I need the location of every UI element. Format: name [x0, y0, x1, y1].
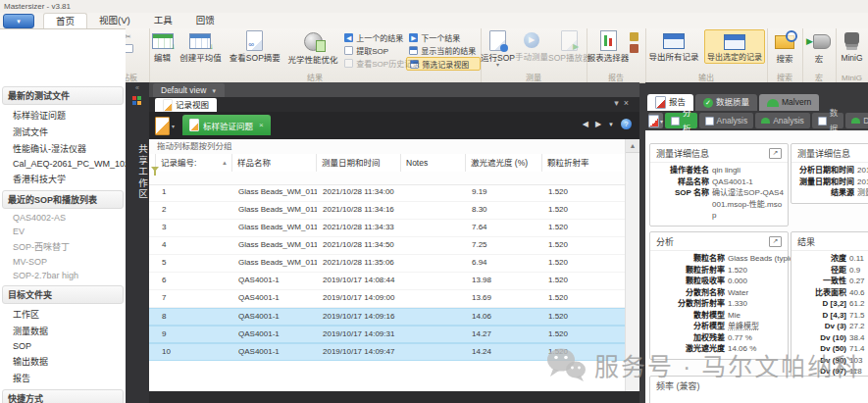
sidebar-item[interactable]: SOP-西咪替丁: [0, 238, 126, 255]
table-row[interactable]: 8 QAS4001-1 2019/10/17 14:09:16 14.06 1.…: [149, 308, 626, 326]
create-average-button[interactable]: ↓创建平均值: [176, 29, 226, 63]
view-selector[interactable]: Default view▼: [153, 83, 225, 97]
mastersizer-window: Mastersizer - v3.81 ▾ 首页视图(V)工具回馈 新建▾ 打开…: [0, 0, 868, 403]
report-edit-icon[interactable]: [630, 32, 638, 41]
subtab-data-cn[interactable]: 数据: [812, 113, 844, 128]
tab-record-view[interactable]: 记录视图: [155, 98, 217, 112]
sidebar-item[interactable]: 香港科技大学: [0, 171, 126, 187]
table-row[interactable]: 3 Glass Beads_WM_011 2021/10/28 11:34:33…: [149, 220, 626, 237]
collapse-sidebar-icon[interactable]: «: [126, 84, 149, 91]
table-row[interactable]: 1 Glass Beads_WM_011 2021/10/28 11:34:00…: [149, 184, 626, 202]
sidebar-section-target-folders: 目标文件夹 工作区测量数据SOP输出数据报告: [0, 285, 126, 386]
manual-measure-button[interactable]: ▶手动测量: [515, 29, 548, 62]
sidebar-item[interactable]: 工作区: [0, 306, 126, 323]
ribbon-group-output: 导出所有记录 导出选定的记录 输出: [645, 28, 768, 82]
export-icon[interactable]: ↗: [769, 236, 782, 247]
next-record-icon[interactable]: ▶: [595, 120, 601, 128]
menu-tab[interactable]: 视图(V): [87, 13, 142, 28]
table-row[interactable]: 2 Glass Beads_WM_011 2021/10/28 11:34:16…: [149, 202, 626, 220]
export-selected-records-button[interactable]: 导出选定的记录: [704, 29, 765, 64]
previous-result-button[interactable]: ◀上一个的结果: [341, 31, 406, 43]
export-icon[interactable]: ↗: [769, 148, 782, 159]
sop-player-button[interactable]: ▶SOP播放器: [548, 29, 590, 63]
help-icon[interactable]: ?: [621, 119, 632, 129]
group-label-macro: 宏: [802, 72, 836, 82]
tab-data-quality[interactable]: ✓ 数据质量: [695, 94, 757, 111]
table-row[interactable]: 7 QAS4001-1 2019/10/17 14:09:00 13.69 1.…: [149, 290, 626, 308]
macro-button[interactable]: ▶宏: [807, 29, 831, 64]
edit-button[interactable]: ↓编辑: [149, 29, 176, 63]
table-row[interactable]: 10 QAS4001-1 2019/10/17 14:09:47 14.24 1…: [149, 343, 626, 361]
ribbon-group-report: 报表选择器 报告: [587, 28, 646, 82]
menu-tab[interactable]: 回馈: [184, 13, 227, 28]
dropdown-icon[interactable]: ▼: [608, 122, 614, 127]
result-field: Dv (90)103: [795, 355, 868, 367]
column-header-notes[interactable]: Notes: [401, 154, 466, 172]
prev-record-icon[interactable]: ◀: [583, 120, 588, 128]
menu-tab[interactable]: 工具: [142, 13, 184, 28]
document-icon: [163, 99, 173, 112]
column-header-obscuration[interactable]: 激光遮光度 (%): [466, 154, 542, 172]
view-sop-summary-button[interactable]: ∞查看SOP摘要: [226, 29, 284, 63]
subtab-analysis-cn[interactable]: 分析: [665, 113, 697, 128]
search-button[interactable]: 搜索: [775, 29, 794, 64]
subtab-analysis-en[interactable]: Analysis: [699, 113, 754, 128]
sidebar-item[interactable]: EV: [0, 225, 126, 238]
menu-tab[interactable]: 首页: [43, 13, 87, 28]
result-field: Dv (10)38.4: [795, 332, 868, 344]
subtab-analysis-malvern[interactable]: Analysis: [755, 113, 810, 128]
table-row[interactable]: 6 QAS4001-1 2019/10/17 14:08:44 13.98 1.…: [149, 273, 626, 290]
column-header-datetime[interactable]: 测量日期和时间: [317, 154, 401, 172]
column-header-record-number[interactable]: 记录编号:▲: [156, 154, 232, 172]
result-field: Dv (50)71.4: [795, 343, 868, 355]
vertical-scrollbar[interactable]: ▲: [625, 139, 639, 391]
sidebar-item[interactable]: SOP: [0, 339, 126, 353]
close-tab-icon[interactable]: ×: [259, 121, 264, 129]
column-header-refractive-index[interactable]: 颗粒折射率: [542, 154, 626, 172]
report-selector-button[interactable]: 报表选择器: [587, 29, 630, 63]
sidebar-item[interactable]: Cal_AEQ-2061_PC_WM_1028: [0, 157, 126, 171]
sidebar-item[interactable]: 测试文件: [0, 124, 126, 140]
sidebar-item[interactable]: 标样验证问题: [0, 107, 126, 124]
sidebar-item[interactable]: 测量数据: [0, 323, 126, 339]
run-sop-button[interactable]: 运行SOP▾: [481, 29, 515, 68]
extract-sop-button[interactable]: 提取SOP: [341, 44, 406, 56]
next-result-button[interactable]: ▶下一个结果: [406, 31, 481, 43]
sop-summary-icon: ∞: [246, 30, 263, 51]
table-body: 1 Glass Beads_WM_011 2021/10/28 11:34:00…: [149, 184, 626, 361]
minig-button[interactable]: MiniG: [841, 29, 862, 63]
sidebar-item[interactable]: SOP-2.7bar high: [0, 269, 126, 282]
table-row[interactable]: 9 QAS4001-1 2019/10/17 14:09:31 14.27 1.…: [149, 326, 626, 343]
report-delete-icon[interactable]: [630, 44, 638, 53]
table-row[interactable]: 4 Glass Beads_WM_011 2021/10/28 11:34:50…: [149, 237, 626, 255]
filter-row[interactable]: [149, 172, 626, 185]
sidebar-item[interactable]: QAS4002-AS: [0, 211, 126, 225]
shared-workspace-tab[interactable]: 共享工作区: [126, 114, 149, 231]
group-by-hint[interactable]: 拖动列标题按列分组: [149, 139, 626, 155]
sidebar-item[interactable]: 性能确认-湿法仪器: [0, 140, 126, 157]
ribbon-group-search: 搜索 搜索: [767, 28, 803, 82]
sidebar-item[interactable]: 报告: [0, 370, 126, 386]
malvern-hill-icon: [851, 118, 860, 124]
subtab-data-malvern[interactable]: Data: [845, 113, 868, 128]
file-menu-button[interactable]: ▾: [155, 116, 179, 135]
report-panel: 报告 ✓ 数据质量 Malvern ▾ 分析 Analysis: [645, 82, 868, 403]
result-field: Dv (3)27.2: [795, 321, 868, 332]
show-current-result-button[interactable]: 显示当前的结果: [406, 44, 481, 56]
optical-optimization-button[interactable]: 光学性能优化: [284, 29, 341, 65]
file-tab-active[interactable]: 标样验证问题 ×: [182, 115, 271, 135]
view-sop-history-button[interactable]: 查看SOP历史记录: [341, 57, 406, 69]
tab-malvern[interactable]: Malvern: [759, 94, 819, 111]
scroll-up-icon[interactable]: ▲: [626, 139, 639, 153]
export-all-records-button[interactable]: 导出所有记录: [647, 29, 700, 62]
column-header-sample-name[interactable]: 样品名称: [232, 154, 317, 172]
minig-icon: [844, 32, 859, 44]
app-menu-button[interactable]: ▾: [3, 14, 34, 28]
sidebar-item[interactable]: 输出数据: [0, 353, 126, 370]
table-row[interactable]: 5 Glass Beads_WM_011 2021/10/28 11:35:06…: [149, 255, 626, 273]
copy-icon[interactable]: [125, 44, 133, 53]
cut-icon[interactable]: ✂: [125, 32, 133, 41]
sidebar-item[interactable]: MV-SOP: [0, 255, 126, 269]
report-file-button[interactable]: ▾: [648, 113, 663, 128]
pane-controls[interactable]: ▾×: [614, 98, 634, 108]
